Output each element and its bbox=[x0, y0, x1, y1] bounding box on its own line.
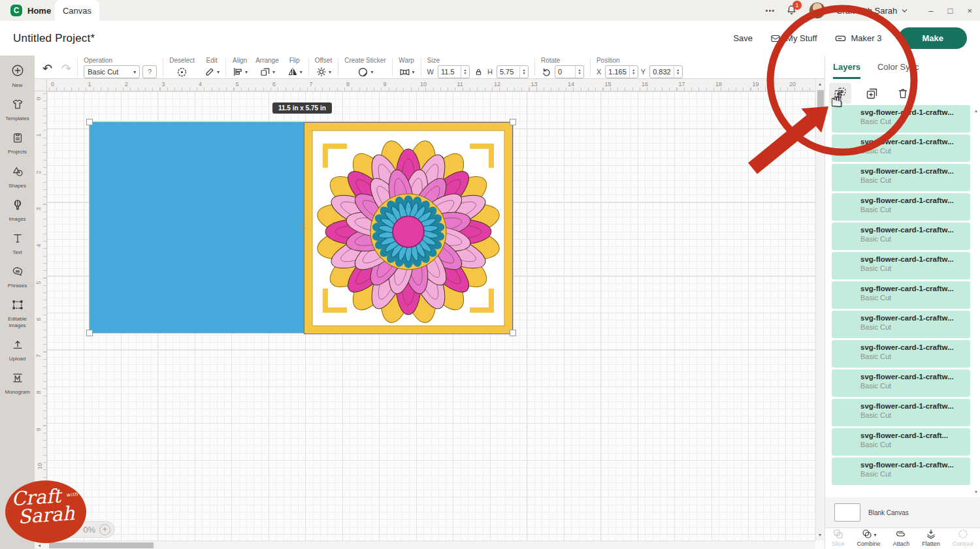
redo-button[interactable]: ↷ bbox=[61, 61, 71, 76]
rotate-stepper[interactable]: ▴▾ bbox=[575, 66, 583, 78]
account-menu[interactable]: Craft with Sarah bbox=[836, 6, 909, 16]
ruler-number: 16 bbox=[642, 81, 648, 87]
scroll-down-icon[interactable]: ▾ bbox=[819, 533, 821, 538]
ruler-number: 0 bbox=[35, 97, 42, 100]
layer-item[interactable]: svg-flower-card-1-craftw...Basic Cut bbox=[832, 458, 970, 485]
offset-button[interactable]: ▾ bbox=[316, 66, 331, 78]
edit-button[interactable]: ▾ bbox=[204, 66, 220, 78]
horizontal-scrollbar[interactable]: ◂ bbox=[35, 541, 815, 549]
width-input[interactable]: 11.5 ▴▾ bbox=[438, 65, 470, 78]
sidebar-item-monogram[interactable]: Monogram bbox=[0, 366, 35, 400]
height-stepper[interactable]: ▴▾ bbox=[519, 66, 528, 78]
my-stuff-button[interactable]: My Stuff bbox=[770, 33, 817, 44]
layer-item[interactable]: svg-flower-card-1-craft...Basic Cut bbox=[832, 428, 970, 456]
blank-canvas-row[interactable]: Blank Canvas bbox=[825, 497, 980, 527]
sidebar-item-templates[interactable]: Templates bbox=[0, 93, 35, 126]
project-title: Untitled Project* bbox=[13, 32, 95, 45]
undo-button[interactable]: ↶ bbox=[42, 61, 52, 76]
layer-item[interactable]: svg-flower-card-1-craftw...Basic Cut bbox=[832, 193, 970, 221]
rotate-button[interactable] bbox=[541, 67, 552, 78]
notifications-button[interactable]: 1 bbox=[785, 4, 798, 17]
warp-label: Warp bbox=[399, 57, 414, 65]
y-input[interactable]: 0.832 ▴▾ bbox=[649, 65, 683, 78]
height-input[interactable]: 5.75 ▴▾ bbox=[497, 65, 529, 78]
flatten-button[interactable]: Flatten bbox=[922, 529, 940, 549]
sidebar-item-phrases[interactable]: Phrases bbox=[0, 260, 35, 293]
ruler-number: 18 bbox=[715, 81, 722, 87]
my-stuff-icon bbox=[770, 33, 781, 44]
layers-scroll-up-icon[interactable]: ▴ bbox=[975, 108, 977, 114]
tab-layers[interactable]: Layers bbox=[833, 62, 860, 79]
vertical-scroll-thumb[interactable] bbox=[817, 90, 824, 118]
avatar[interactable] bbox=[809, 2, 826, 19]
vertical-scrollbar[interactable]: ▴ ▾ bbox=[815, 79, 825, 541]
width-stepper[interactable]: ▴▾ bbox=[461, 66, 469, 78]
resize-handle-sw[interactable] bbox=[86, 330, 93, 336]
resize-handle-nw[interactable] bbox=[86, 119, 93, 125]
sidebar-item-shapes[interactable]: Shapes bbox=[0, 160, 35, 193]
layer-item[interactable]: svg-flower-card-1-craftw...Basic Cut bbox=[832, 281, 970, 309]
combine-button[interactable]: ▾Combine bbox=[857, 529, 881, 549]
align-button[interactable]: ▾ bbox=[232, 66, 248, 78]
layer-operation: Basic Cut bbox=[860, 235, 966, 243]
ruler-number: 14 bbox=[568, 81, 574, 87]
layer-item[interactable]: svg-flower-card-1-craftw...Basic Cut bbox=[832, 252, 970, 279]
layer-item[interactable]: svg-flower-card-1-craftw...Basic Cut bbox=[832, 369, 970, 397]
sidebar-item-images[interactable]: Images bbox=[0, 193, 35, 227]
duplicate-button[interactable] bbox=[860, 83, 883, 104]
layer-item[interactable]: svg-flower-card-1-craftw...Basic Cut bbox=[832, 105, 970, 133]
zoom-in-button[interactable]: + bbox=[99, 524, 110, 535]
layer-item[interactable]: svg-flower-card-1-craftw...Basic Cut bbox=[832, 164, 970, 191]
layer-item[interactable]: svg-flower-card-1-craftw...Basic Cut bbox=[832, 399, 970, 426]
machine-select-button[interactable]: Maker 3 bbox=[834, 32, 882, 44]
horizontal-scroll-thumb[interactable] bbox=[49, 542, 154, 548]
arrange-button[interactable]: ▾ bbox=[259, 66, 275, 78]
selected-object[interactable] bbox=[89, 121, 514, 334]
tab-home[interactable]: C Home bbox=[10, 0, 51, 21]
maximize-button[interactable]: □ bbox=[948, 6, 953, 16]
deselect-button[interactable] bbox=[176, 66, 188, 78]
canvas-area[interactable]: 11.5 in x 5.75 in 0123456789101112131415… bbox=[35, 79, 825, 549]
sidebar-item-editable-images[interactable]: Editable Images bbox=[0, 293, 35, 332]
layer-item[interactable]: svg-flower-card-1-craftw...Basic Cut bbox=[832, 223, 970, 250]
size-tooltip: 11.5 in x 5.75 in bbox=[272, 102, 332, 114]
scroll-up-icon[interactable]: ▴ bbox=[819, 82, 821, 87]
layer-item[interactable]: svg-flower-card-1-craftw...Basic Cut bbox=[832, 311, 970, 338]
sidebar-item-projects[interactable]: Projects bbox=[0, 126, 35, 159]
flip-button[interactable]: ▾ bbox=[287, 66, 302, 78]
sidebar-item-new[interactable]: New bbox=[0, 58, 35, 93]
layer-title: svg-flower-card-1-craftw... bbox=[860, 167, 966, 175]
flower-card-design[interactable] bbox=[304, 122, 513, 334]
x-stepper[interactable]: ▴▾ bbox=[629, 66, 638, 78]
make-button[interactable]: Make bbox=[898, 27, 967, 49]
attach-button[interactable]: Attach bbox=[893, 529, 910, 549]
aspect-lock-button[interactable] bbox=[474, 67, 483, 77]
resize-handle-se[interactable] bbox=[510, 330, 516, 336]
rotate-input[interactable]: 0 ▴▾ bbox=[555, 65, 584, 78]
sidebar-item-text[interactable]: Text bbox=[0, 227, 35, 260]
layer-item[interactable]: svg-flower-card-1-craftw...Basic Cut bbox=[832, 340, 970, 368]
canvas-tab-label: Canvas bbox=[63, 6, 91, 16]
warp-button[interactable]: ▾ bbox=[399, 66, 415, 78]
ruler-corner bbox=[35, 79, 47, 91]
layer-item[interactable]: svg-flower-card-1-craftw...Basic Cut bbox=[832, 134, 970, 162]
delete-button[interactable] bbox=[892, 83, 914, 104]
resize-handle-ne[interactable] bbox=[510, 119, 516, 125]
create-sticker-button[interactable]: ▾ bbox=[357, 66, 373, 78]
scroll-left-icon[interactable]: ◂ bbox=[38, 543, 41, 548]
close-button[interactable]: × bbox=[967, 6, 972, 16]
layers-scroll-down-icon[interactable]: ▾ bbox=[975, 489, 977, 495]
tab-canvas[interactable]: Canvas bbox=[55, 0, 99, 21]
save-button[interactable]: Save bbox=[733, 33, 753, 43]
sidebar-item-upload[interactable]: Upload bbox=[0, 333, 35, 366]
minimize-button[interactable]: – bbox=[928, 6, 933, 16]
tab-color-sync[interactable]: Color Sync bbox=[877, 62, 919, 79]
y-stepper[interactable]: ▴▾ bbox=[674, 66, 682, 78]
operation-help-button[interactable]: ? bbox=[142, 65, 157, 78]
deselect-label: Deselect bbox=[169, 57, 195, 65]
header: Untitled Project* Save My Stuff Maker 3 … bbox=[0, 21, 980, 55]
overflow-menu-icon[interactable]: ••• bbox=[766, 7, 776, 14]
operation-select[interactable]: Basic Cut ▾ bbox=[84, 65, 140, 78]
x-input[interactable]: 1.165 ▴▾ bbox=[605, 65, 638, 78]
create-sticker-label: Create Sticker bbox=[344, 57, 385, 65]
